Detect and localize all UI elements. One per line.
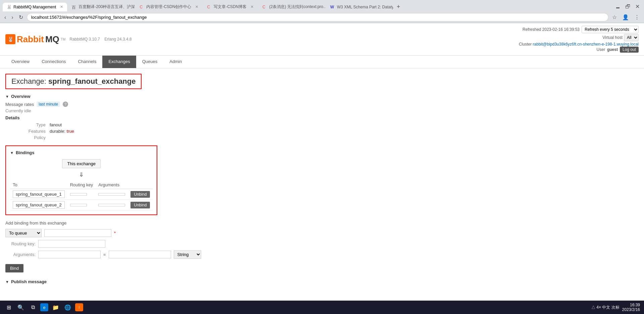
address-input[interactable] bbox=[27, 13, 608, 21]
arguments-val-input[interactable] bbox=[109, 251, 171, 258]
col-routing-key: Routing key bbox=[67, 181, 96, 189]
vhost-select[interactable]: All / bbox=[624, 34, 639, 41]
version-info: RabbitMQ 3.10.7 Erlang 24.3.4.8 bbox=[69, 37, 131, 42]
routing-key-cell-2 bbox=[67, 200, 96, 210]
tab-close-rabbitmq[interactable]: ✕ bbox=[60, 5, 63, 9]
message-rates-row: Message rates last minute ? bbox=[5, 102, 639, 107]
refresh-select[interactable]: Refresh every 5 seconds No refresh Refre… bbox=[582, 26, 639, 33]
publish-section-label: Publish message bbox=[11, 279, 47, 284]
queue-name-1: spring_fanout_queue_1 bbox=[13, 190, 65, 198]
table-row: spring_fanout_queue_1 Unbind bbox=[10, 189, 153, 200]
reload-button[interactable]: ↻ bbox=[17, 13, 25, 21]
message-rates-period[interactable]: last minute bbox=[37, 102, 60, 107]
tab-favicon-csdn1: C bbox=[140, 5, 144, 9]
close-button[interactable]: ✕ bbox=[634, 3, 641, 10]
refreshed-text: Refreshed 2023-02-16 16:39:53 bbox=[523, 27, 580, 32]
tab-admin[interactable]: Admin bbox=[163, 56, 188, 68]
arguments-2 bbox=[98, 204, 125, 206]
tab-connections[interactable]: Connections bbox=[36, 56, 72, 68]
tab-favicon-w3: W bbox=[330, 5, 335, 9]
table-row: spring_fanout_queue_2 Unbind bbox=[10, 200, 153, 210]
tab-label-w3: W3 XML Schema Part 2: Datatype... bbox=[337, 5, 393, 9]
vhost-label: Virtual host bbox=[602, 35, 623, 40]
to-value-input[interactable] bbox=[44, 229, 111, 237]
tab-favicon-csdn2: C bbox=[207, 5, 212, 9]
browser-tab-rabbitmq[interactable]: 🐰 RabbitMQ Management ✕ bbox=[3, 3, 67, 11]
to-type-row: To queue To exchange * bbox=[5, 229, 639, 237]
routing-key-2 bbox=[70, 204, 87, 206]
browser-tab-w3[interactable]: W W3 XML Schema Part 2: Datatype... ✕ bbox=[326, 3, 393, 11]
forward-button[interactable]: › bbox=[10, 14, 15, 21]
features-value: durable: true bbox=[50, 129, 74, 134]
maximize-button[interactable]: 🗗 bbox=[624, 3, 632, 10]
features-text: durable: bbox=[50, 129, 65, 134]
bindings-section-label: Bindings bbox=[16, 150, 35, 155]
tab-favicon-rabbitmq: 🐰 bbox=[7, 5, 11, 9]
back-button[interactable]: ‹ bbox=[3, 14, 8, 21]
browser-tab-csdn2[interactable]: C 写文章-CSDN博客 ✕ bbox=[203, 2, 258, 12]
profile-button[interactable]: 👤 bbox=[621, 13, 631, 21]
publish-section-header[interactable]: ▼ Publish message bbox=[5, 279, 639, 284]
routing-key-label: Routing key: bbox=[5, 241, 36, 246]
rabbitmq-logo: 🐰 Rabbit MQ TM bbox=[5, 34, 65, 45]
logo-tm: TM bbox=[61, 38, 65, 41]
bindings-section-header: ▼ Bindings bbox=[10, 150, 153, 155]
unbind-button-2[interactable]: Unbind bbox=[130, 202, 150, 208]
browser-tab-baidu[interactable]: 百 百度翻译-200种语言互译、沪深... ✕ bbox=[68, 2, 135, 12]
cluster-info: Cluster rabbit@bipd3u38k6yz6ft.cn-shenzh… bbox=[519, 42, 639, 47]
main-content: Exchange: spring_fanout_exchange ▼ Overv… bbox=[0, 68, 644, 292]
tab-favicon-csdn3: C bbox=[262, 5, 267, 9]
tab-channels[interactable]: Channels bbox=[72, 56, 102, 68]
tab-bar: 🐰 RabbitMQ Management ✕ 百 百度翻译-200种语言互译、… bbox=[0, 0, 644, 12]
logo-area: 🐰 Rabbit MQ TM RabbitMQ 3.10.7 Erlang 24… bbox=[5, 34, 132, 45]
minimize-button[interactable]: 🗕 bbox=[613, 3, 622, 10]
queue-cell-2: spring_fanout_queue_2 bbox=[10, 200, 67, 210]
user-name: guest bbox=[607, 47, 618, 52]
header-right: Refreshed 2023-02-16 16:39:53 Refresh ev… bbox=[519, 26, 639, 53]
logo-mq: MQ bbox=[45, 34, 59, 45]
tab-overview[interactable]: Overview bbox=[5, 56, 36, 68]
tab-close-csdn2[interactable]: ✕ bbox=[251, 5, 254, 9]
browser-tab-csdn3[interactable]: C (2条消息) 无法找到context:pro... ✕ bbox=[258, 2, 325, 12]
unbind-button-1[interactable]: Unbind bbox=[130, 191, 150, 198]
menu-button[interactable]: ⋮ bbox=[633, 13, 641, 21]
detail-table: Type fanout Features durable: true Polic… bbox=[19, 122, 639, 140]
cluster-link[interactable]: rabbit@bipd3u38k6yz6ft.cn-shenzhen-e-198… bbox=[533, 42, 639, 47]
browser-tab-csdn1[interactable]: C 内容管理-CSDN创作中心 ✕ bbox=[136, 2, 202, 12]
this-exchange-button[interactable]: This exchange bbox=[62, 159, 101, 168]
routing-key-1 bbox=[70, 193, 87, 196]
bookmark-button[interactable]: ☆ bbox=[610, 13, 619, 21]
exchange-title-prefix: Exchange: bbox=[11, 77, 46, 85]
queue-name-2: spring_fanout_queue_2 bbox=[13, 201, 65, 209]
browser-chrome: 🐰 RabbitMQ Management ✕ 百 百度翻译-200种语言互译、… bbox=[0, 0, 644, 23]
overview-arrow-icon: ▼ bbox=[5, 95, 9, 99]
type-value: fanout bbox=[50, 122, 62, 127]
tab-label-csdn1: 内容管理-CSDN创作中心 bbox=[146, 4, 191, 10]
bindings-section: ▼ Bindings This exchange ⇓ To Routing ke… bbox=[5, 145, 157, 215]
publish-arrow-icon: ▼ bbox=[5, 280, 9, 284]
tab-queues[interactable]: Queues bbox=[136, 56, 164, 68]
rabbitmq-version: RabbitMQ 3.10.7 bbox=[69, 37, 100, 42]
bind-button[interactable]: Bind bbox=[5, 264, 23, 272]
to-type-select[interactable]: To queue To exchange bbox=[5, 229, 42, 237]
arguments-type-select[interactable]: String Number Boolean bbox=[174, 250, 201, 259]
message-rates-label: Message rates bbox=[5, 102, 34, 107]
overview-section-label: Overview bbox=[11, 94, 31, 99]
tab-close-csdn1[interactable]: ✕ bbox=[195, 5, 198, 9]
type-label: Type bbox=[19, 122, 46, 127]
arguments-key-input[interactable] bbox=[38, 251, 101, 258]
tab-label-baidu: 百度翻译-200种语言互译、沪深... bbox=[78, 4, 135, 10]
idle-text: Currently idle bbox=[5, 108, 639, 113]
help-icon[interactable]: ? bbox=[63, 102, 68, 107]
logout-button[interactable]: Log out bbox=[620, 47, 639, 53]
new-tab-button[interactable]: + bbox=[394, 3, 403, 10]
address-bar-row: ‹ › ↻ ☆ 👤 ⋮ bbox=[0, 12, 644, 23]
features-label: Features bbox=[19, 129, 46, 134]
exchange-title: Exchange: spring_fanout_exchange bbox=[11, 77, 136, 85]
overview-section-header[interactable]: ▼ Overview bbox=[5, 94, 639, 99]
tab-exchanges[interactable]: Exchanges bbox=[102, 56, 136, 68]
routing-key-input[interactable] bbox=[38, 240, 105, 248]
arguments-cell-2 bbox=[96, 200, 128, 210]
nav-tabs: Overview Connections Channels Exchanges … bbox=[0, 56, 644, 68]
user-label: User bbox=[597, 47, 605, 52]
